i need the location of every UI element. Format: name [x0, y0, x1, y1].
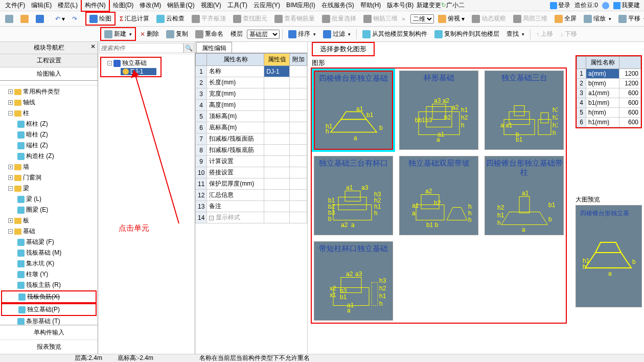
menu-rebar[interactable]: 钢筋量(Q): [164, 0, 197, 11]
rename-button[interactable]: 重命名: [192, 28, 226, 40]
prop-value[interactable]: [264, 156, 290, 167]
prop-row[interactable]: 12汇总信息: [196, 190, 307, 201]
sort-button[interactable]: 排序: [285, 28, 319, 40]
collapse-icon[interactable]: −: [8, 111, 13, 116]
collapse-icon[interactable]: −: [107, 61, 112, 65]
prop-value[interactable]: [264, 133, 290, 145]
prop-extra[interactable]: [290, 178, 307, 190]
prop-extra[interactable]: [290, 77, 307, 88]
tree-pillar[interactable]: −柱: [1, 108, 97, 119]
collapse-icon[interactable]: −: [8, 229, 13, 234]
prop-value[interactable]: [264, 190, 290, 201]
prop-row[interactable]: 11保护层厚度(mm): [196, 178, 307, 190]
tree-pillar-2[interactable]: 端柱 (Z): [1, 140, 97, 151]
prop-row[interactable]: 2长度(mm): [196, 77, 307, 88]
menu-edit[interactable]: 编辑(E): [28, 0, 55, 11]
find-button[interactable]: 查找: [503, 28, 527, 40]
search-input[interactable]: [99, 43, 183, 53]
menu-cloud[interactable]: 云应用(Y): [250, 0, 283, 11]
prop-extra[interactable]: [290, 100, 307, 111]
prop-extra[interactable]: [290, 156, 307, 167]
flatten-button[interactable]: 平齐板顶: [189, 13, 229, 25]
expand-icon[interactable]: +: [8, 89, 13, 94]
tree-beam-0[interactable]: 梁 (L): [1, 194, 97, 205]
prop-row[interactable]: 5顶标高(m): [196, 111, 307, 122]
report-preview-tab[interactable]: 报表预览: [0, 340, 98, 354]
prop-extra[interactable]: [290, 133, 307, 145]
param-value[interactable]: 600: [619, 88, 640, 98]
menu-component[interactable]: 构件(N): [81, 0, 110, 12]
viewsteel-button[interactable]: 查看钢筋量: [271, 13, 318, 25]
tree-beam-1[interactable]: 圈梁 (E): [1, 205, 97, 215]
tree-f-3[interactable]: 柱墩 (Y): [1, 269, 97, 280]
shape-option-1[interactable]: 杯形基础abb1b3a3 a2b2h1h2ha1a2: [399, 71, 478, 150]
batchsel-button[interactable]: 批量选择: [319, 13, 359, 25]
shape-option-6[interactable]: 带短柱杯口独立基础x2x1b3b1aa1a2a3h3h2h1h: [314, 241, 393, 321]
tree-collapse-button[interactable]: [4, 82, 6, 84]
new-button[interactable]: [2, 13, 16, 25]
param-value[interactable]: 600: [619, 108, 640, 118]
prop-value[interactable]: [264, 111, 290, 122]
moveup-button[interactable]: ↑上移: [533, 28, 556, 40]
param-value[interactable]: 1200: [619, 79, 640, 88]
tree-pillar-0[interactable]: 框柱 (Z): [1, 119, 97, 129]
param-row[interactable]: 6h1(mm)600: [577, 118, 641, 127]
tree-doorwindow[interactable]: +门窗洞: [1, 172, 97, 183]
tree-f-6[interactable]: 独立基础(P): [1, 303, 97, 316]
prop-extra[interactable]: [290, 145, 307, 156]
tree-f-7[interactable]: 条形基础 (T): [1, 316, 97, 325]
redo-button[interactable]: ↷: [69, 14, 80, 24]
prop-row[interactable]: 4高度(mm): [196, 100, 307, 111]
findelem-button[interactable]: 查找图元: [230, 13, 270, 25]
prop-row[interactable]: 7扣减板/筏板面筋: [196, 133, 307, 145]
prop-row[interactable]: 1名称DJ-1: [196, 66, 307, 77]
nav-settings-tab[interactable]: 工程设置: [0, 54, 98, 67]
tree-pillar-3[interactable]: 构造柱 (Z): [1, 151, 97, 162]
prop-value[interactable]: [264, 178, 290, 190]
prop-extra[interactable]: [290, 167, 307, 178]
fullscreen-button[interactable]: 全屏: [551, 13, 580, 25]
bell-button[interactable]: [600, 1, 611, 10]
copyto-button[interactable]: 复制构件到其他楼层: [431, 28, 502, 40]
shape-option-2[interactable]: 独立基础三台a a1b1bh3h2h1h: [485, 71, 564, 150]
prop-extra[interactable]: [290, 88, 307, 100]
expand-icon[interactable]: +: [8, 165, 13, 169]
prop-value[interactable]: [264, 122, 290, 133]
tree-f-5[interactable]: 筏板负筋(X): [1, 290, 97, 303]
prop-row[interactable]: 14+ 显示样式: [196, 212, 307, 223]
prop-extra[interactable]: [290, 111, 307, 122]
pan-button[interactable]: 平移: [615, 13, 644, 25]
shape-option-5[interactable]: 四棱锥台形独立基础带柱h2h1haa1b1b: [485, 156, 564, 235]
tree-foundation[interactable]: −基础: [1, 226, 97, 237]
prop-row[interactable]: 13备注: [196, 201, 307, 212]
copyfrom-button[interactable]: 从其他楼层复制构件: [359, 28, 430, 40]
undo-button[interactable]: ↶▾: [52, 14, 68, 24]
nav-draw-tab[interactable]: 绘图输入: [0, 67, 98, 81]
expand-icon[interactable]: +: [8, 175, 13, 180]
copy-button[interactable]: 复制: [163, 28, 191, 40]
tree-f-2[interactable]: 集水坑 (K): [1, 258, 97, 269]
param-value[interactable]: 1200: [619, 69, 640, 79]
shape-option-4[interactable]: 独立基础双层带坡a1ab1 ba2b2h2h1h: [399, 156, 478, 235]
prop-value[interactable]: [264, 77, 290, 88]
new-component-button[interactable]: 新建: [100, 27, 136, 41]
tree-pillar-1[interactable]: 暗柱 (Z): [1, 129, 97, 140]
birdview-button[interactable]: 俯视▾: [435, 13, 468, 25]
comp-root[interactable]: −独立基础: [102, 59, 159, 67]
prop-extra[interactable]: [290, 190, 307, 201]
prop-value[interactable]: [264, 145, 290, 156]
prop-row[interactable]: 10搭接设置: [196, 167, 307, 178]
new-change-button[interactable]: 新建变更: [417, 1, 441, 10]
menu-modify[interactable]: 修改(M): [136, 0, 164, 11]
param-row[interactable]: 4b1(mm)600: [577, 98, 641, 108]
tree-f-0[interactable]: 基础梁 (F): [1, 237, 97, 247]
single-input-tab[interactable]: 单构件输入: [0, 325, 98, 340]
prop-tab[interactable]: 属性编辑: [196, 42, 232, 53]
zoom-button[interactable]: 缩放: [581, 13, 614, 25]
expand-icon[interactable]: +: [209, 216, 214, 220]
prop-value[interactable]: DJ-1: [264, 66, 290, 77]
close-icon[interactable]: ✕: [90, 43, 96, 50]
prop-extra[interactable]: [290, 122, 307, 133]
param-value[interactable]: 600: [619, 118, 640, 127]
shape-option-0[interactable]: 四棱锥台形独立基础h1haba1b1: [314, 71, 393, 150]
